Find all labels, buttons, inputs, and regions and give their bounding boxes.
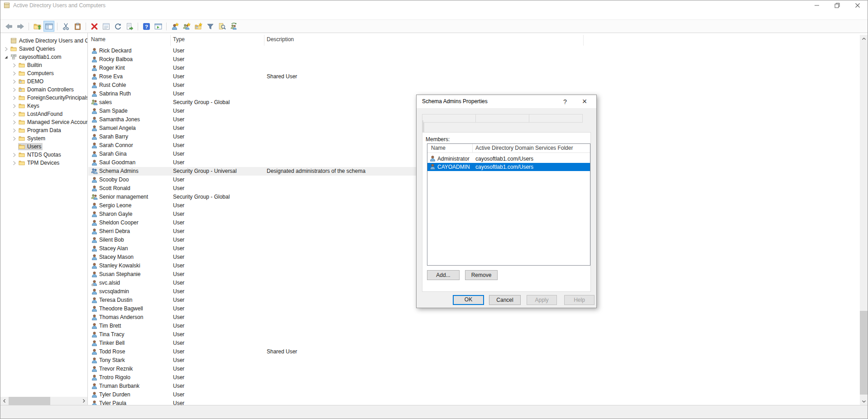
scroll-down-icon[interactable] bbox=[860, 397, 868, 405]
chevron-right-icon[interactable] bbox=[12, 136, 17, 141]
menu-item[interactable] bbox=[19, 10, 27, 20]
table-row[interactable]: Tony Stark User bbox=[88, 356, 860, 365]
scroll-right-icon[interactable] bbox=[80, 397, 87, 405]
table-row[interactable]: Todd Rose User Shared User bbox=[88, 348, 860, 356]
table-row[interactable]: Truman Burbank User bbox=[88, 382, 860, 390]
chevron-right-icon[interactable] bbox=[12, 71, 17, 76]
member-row[interactable]: CAYOADMIN cayosoftlab1.com/Users bbox=[427, 163, 590, 171]
column-separator[interactable] bbox=[472, 144, 473, 153]
export-list-icon[interactable] bbox=[124, 21, 135, 32]
add-button[interactable]: Add... bbox=[427, 270, 460, 280]
ok-button[interactable]: OK bbox=[453, 295, 484, 305]
cut-icon[interactable] bbox=[60, 21, 71, 32]
dialog-close-icon[interactable]: × bbox=[575, 95, 594, 108]
chevron-down-icon[interactable] bbox=[4, 55, 9, 60]
chevron-right-icon[interactable] bbox=[12, 152, 17, 157]
tree-item[interactable]: Managed Service Accounts bbox=[0, 118, 87, 126]
tree-item[interactable]: DEMO bbox=[0, 77, 87, 86]
new-group-icon[interactable] bbox=[181, 21, 192, 32]
up-one-level-icon[interactable] bbox=[32, 21, 43, 32]
tab[interactable] bbox=[422, 114, 476, 123]
console-window-icon[interactable] bbox=[153, 21, 163, 32]
members-column-folder[interactable]: Active Directory Domain Services Folder bbox=[475, 145, 573, 151]
column-separator[interactable] bbox=[170, 35, 171, 46]
table-row[interactable]: Rust Cohle User bbox=[88, 81, 860, 90]
table-row[interactable]: Tyler Paula User bbox=[88, 399, 860, 405]
chevron-right-icon[interactable] bbox=[12, 128, 17, 133]
show-console-tree-icon[interactable] bbox=[43, 21, 54, 32]
tree-item[interactable]: NTDS Quotas bbox=[0, 151, 87, 159]
tab[interactable] bbox=[529, 114, 583, 123]
table-row[interactable]: Tina Tracy User bbox=[88, 330, 860, 339]
chevron-right-icon[interactable] bbox=[12, 79, 17, 84]
tree-item[interactable]: ForeignSecurityPrincipals bbox=[0, 94, 87, 102]
chevron-right-icon[interactable] bbox=[12, 120, 17, 125]
apply-button[interactable]: Apply bbox=[527, 295, 557, 305]
remove-button[interactable]: Remove bbox=[465, 270, 498, 280]
chevron-right-icon[interactable] bbox=[12, 104, 17, 109]
filter-icon[interactable] bbox=[205, 21, 216, 32]
column-header-name[interactable]: Name bbox=[91, 36, 106, 43]
menu-item[interactable] bbox=[10, 10, 19, 20]
column-header-description[interactable]: Description bbox=[267, 36, 294, 43]
tab[interactable] bbox=[422, 120, 423, 132]
tree-item[interactable]: LostAndFound bbox=[0, 110, 87, 118]
menu-item[interactable] bbox=[2, 10, 10, 20]
close-button[interactable] bbox=[847, 0, 868, 10]
chevron-right-icon[interactable] bbox=[4, 47, 9, 52]
paste-icon[interactable] bbox=[72, 21, 83, 32]
tree-item[interactable]: Domain Controllers bbox=[0, 86, 87, 94]
back-icon[interactable] bbox=[3, 21, 14, 32]
tab[interactable] bbox=[475, 114, 529, 123]
table-row[interactable]: Rose Eva User Shared User bbox=[88, 72, 860, 81]
chevron-right-icon[interactable] bbox=[12, 161, 17, 166]
forward-icon[interactable] bbox=[15, 21, 26, 32]
help-button[interactable]: Help bbox=[564, 295, 595, 305]
column-separator[interactable] bbox=[264, 35, 264, 46]
new-user-icon[interactable] bbox=[169, 21, 180, 32]
table-row[interactable]: Tinker Bell User bbox=[88, 339, 860, 348]
cancel-button[interactable]: Cancel bbox=[489, 295, 521, 305]
members-column-name[interactable]: Name bbox=[431, 145, 446, 151]
chevron-right-icon[interactable] bbox=[12, 87, 17, 92]
tree-item[interactable]: Keys bbox=[0, 102, 87, 110]
menu-item[interactable] bbox=[27, 10, 35, 20]
help-icon[interactable] bbox=[141, 21, 152, 32]
table-row[interactable]: Tyler Durden User bbox=[88, 390, 860, 399]
find-icon[interactable] bbox=[216, 21, 227, 32]
delete-icon[interactable] bbox=[89, 21, 100, 32]
table-row[interactable]: Tim Brett User bbox=[88, 322, 860, 330]
table-row[interactable]: Roger Kint User bbox=[88, 64, 860, 72]
tab[interactable] bbox=[423, 122, 424, 132]
change-domain-icon[interactable] bbox=[228, 21, 239, 32]
table-row[interactable]: Rick Deckard User bbox=[88, 47, 860, 55]
list-vertical-scrollbar[interactable] bbox=[860, 35, 868, 405]
table-row[interactable]: Trotro Rigolo User bbox=[88, 373, 860, 382]
chevron-right-icon[interactable] bbox=[12, 112, 17, 117]
tree-item[interactable]: Program Data bbox=[0, 126, 87, 134]
tree-item[interactable]: System bbox=[0, 134, 87, 143]
tree-item[interactable]: Builtin bbox=[0, 61, 87, 69]
tree-horizontal-scrollbar[interactable] bbox=[0, 397, 87, 405]
scrollbar-thumb[interactable] bbox=[9, 397, 50, 405]
member-row[interactable]: Administrator cayosoftlab1.com/Users bbox=[427, 155, 590, 163]
dialog-help-icon[interactable]: ? bbox=[557, 95, 573, 108]
column-header-type[interactable]: Type bbox=[173, 36, 185, 43]
restore-button[interactable] bbox=[827, 0, 847, 10]
new-ou-icon[interactable] bbox=[193, 21, 204, 32]
tree-item[interactable]: cayosoftlab1.com bbox=[0, 53, 87, 61]
properties-icon[interactable] bbox=[101, 21, 111, 32]
minimize-button[interactable] bbox=[806, 0, 827, 10]
tree-item[interactable]: Computers bbox=[0, 69, 87, 77]
chevron-right-icon[interactable] bbox=[12, 95, 17, 100]
tree-item[interactable]: Users bbox=[0, 143, 87, 151]
tree-item[interactable]: TPM Devices bbox=[0, 159, 87, 167]
table-row[interactable]: Trevor Reznik User bbox=[88, 365, 860, 373]
column-separator[interactable] bbox=[583, 35, 584, 46]
tree-item[interactable]: Saved Queries bbox=[0, 45, 87, 53]
scrollbar-thumb[interactable] bbox=[860, 311, 868, 395]
refresh-icon[interactable] bbox=[112, 21, 123, 32]
tree-item[interactable]: Active Directory Users and Com bbox=[0, 37, 87, 45]
chevron-right-icon[interactable] bbox=[12, 63, 17, 68]
table-row[interactable]: Thomas Anderson User bbox=[88, 313, 860, 322]
